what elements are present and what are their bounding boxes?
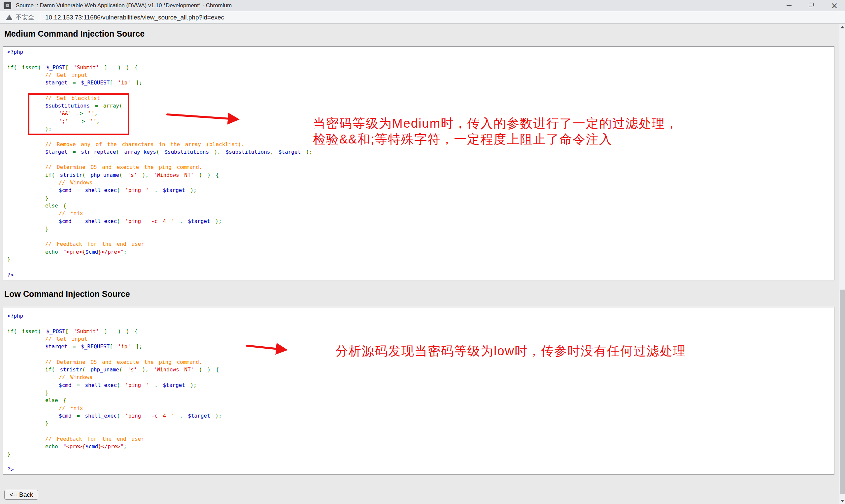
code-token: $target [45, 343, 67, 349]
code-line: // Determine OS and execute the ping com… [3, 163, 834, 171]
code-line [3, 156, 834, 163]
code-token: echo [45, 249, 63, 255]
scrollbar-track[interactable] [839, 24, 845, 504]
code-token: // Get input [45, 72, 87, 78]
code-token: $substitutions [164, 149, 209, 155]
code-token: = [72, 218, 85, 224]
annotation-line: 当密码等级为Medium时，传入的参数进行了一定的过滤处理， [313, 115, 678, 131]
code-token: ( [156, 149, 164, 155]
code-line: // Feedback for the end user [3, 435, 834, 443]
code-token: . [149, 382, 163, 388]
code-token: = [72, 382, 85, 388]
code-token: } [45, 420, 49, 427]
code-token: if( [45, 366, 60, 373]
code-token: ( [119, 172, 127, 178]
code-token: stristr [60, 172, 82, 178]
code-token: ( [117, 413, 125, 419]
code-token: . [174, 218, 188, 224]
close-icon: × [831, 1, 838, 10]
code-line: if( isset( $_POST[ 'Submit' ] ) ) { [3, 64, 834, 71]
code-token: shell_exec [85, 382, 117, 388]
code-line: if( isset( $_POST[ 'Submit' ] ) ) { [3, 327, 834, 335]
code-line: else { [3, 396, 834, 404]
code-line: // Windows [3, 373, 834, 381]
security-label[interactable]: 不安全 [16, 11, 34, 23]
code-token: $target [188, 218, 210, 224]
heading-medium-source: Medium Command Injection Source [4, 29, 145, 39]
code-token: = [67, 343, 81, 349]
code-line: $cmd = shell_exec( 'ping -c 4 ' . $targe… [3, 217, 834, 225]
code-line: } [3, 419, 834, 427]
security-warning-icon[interactable]: ! [6, 15, 13, 20]
code-token: // Remove any of the charactars in the a… [45, 141, 244, 147]
code-line [3, 427, 834, 435]
code-token: } [7, 256, 11, 263]
code-token: ), [137, 172, 154, 178]
restore-button[interactable] [803, 0, 818, 11]
minimize-button[interactable] [781, 0, 796, 11]
code-token: } [7, 451, 11, 457]
code-token: <?php [7, 49, 23, 55]
code-token: $target [45, 79, 67, 86]
code-line [3, 233, 834, 240]
code-token: = [67, 79, 81, 86]
code-token: [ [65, 328, 74, 335]
restore-icon [809, 4, 812, 7]
code-token: 'ping -c 4 ' [125, 218, 174, 224]
code-token: // Determine OS and execute the ping com… [45, 359, 202, 365]
code-token: $cmd [86, 249, 99, 255]
code-token: <?php [7, 313, 23, 319]
code-token: $target [45, 149, 67, 155]
code-token: 'Submit' [74, 328, 99, 335]
code-token: ), [137, 366, 154, 373]
code-token: 's' [127, 172, 137, 178]
code-token: [ [110, 343, 118, 349]
scrollbar-thumb[interactable] [840, 290, 845, 494]
code-token: 'Windows NT' [154, 366, 194, 373]
chip-separator [40, 14, 40, 21]
code-line: } [3, 256, 834, 263]
scroll-down-button[interactable] [839, 498, 845, 504]
code-token: 'ping ' [125, 187, 149, 193]
code-token: } [45, 226, 49, 232]
code-token: ); [185, 187, 197, 193]
code-token: 'Submit' [74, 64, 99, 71]
code-line: // Get input [3, 71, 834, 79]
code-line: echo "<pre>{$cmd}</pre>"; [3, 443, 834, 450]
code-token: } [45, 195, 49, 201]
code-token: $cmd [59, 413, 72, 419]
code-token: $cmd [86, 443, 99, 450]
code-token: ?> [7, 466, 14, 473]
code-token: ( [82, 366, 90, 373]
warning-exclamation: ! [8, 16, 10, 20]
code-token: 'Windows NT' [154, 172, 194, 178]
code-token: $target [279, 149, 301, 155]
url-text[interactable]: 10.12.153.73:11686/vulnerabilities/view_… [45, 11, 224, 23]
heading-low-source: Low Command Injection Source [4, 289, 130, 299]
code-token: = [72, 413, 85, 419]
code-line: ?> [3, 466, 834, 473]
code-line: <?php [3, 48, 834, 56]
code-token: ( [117, 218, 125, 224]
code-token: $substitutions [226, 149, 270, 155]
url-bar[interactable]: ! 不安全 10.12.153.73:11686/vulnerabilities… [0, 11, 845, 24]
code-token: ; [123, 249, 127, 255]
code-token: ( [117, 187, 125, 193]
code-token: . [174, 413, 188, 419]
code-token: ]; [131, 79, 142, 86]
code-token: [ [110, 79, 118, 86]
code-token: // Windows [59, 179, 92, 186]
code-line: $target = $_REQUEST[ 'ip' ]; [3, 79, 834, 86]
blacklist-highlight-box [28, 93, 129, 135]
code-token: shell_exec [85, 413, 117, 419]
code-token: }</pre>" [98, 249, 123, 255]
browser-window: Source :: Damn Vulnerable Web Applicatio… [0, 0, 845, 504]
back-button[interactable]: <-- Back [4, 490, 38, 500]
scroll-up-button[interactable] [839, 24, 845, 30]
code-line: <?php [3, 312, 834, 320]
close-button[interactable]: × [827, 0, 842, 11]
code-line: } [3, 225, 834, 233]
code-token: else { [45, 397, 66, 403]
code-token: shell_exec [85, 187, 117, 193]
code-line: // Determine OS and execute the ping com… [3, 358, 834, 366]
